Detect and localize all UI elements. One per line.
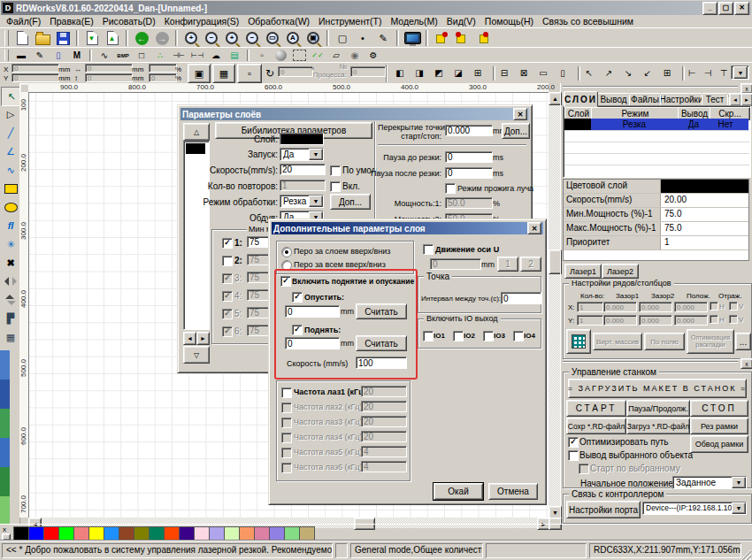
mode-more-button[interactable]: Доп... [330, 194, 371, 210]
ok-button[interactable]: Окай [434, 483, 483, 500]
lift-speed-input[interactable] [356, 357, 407, 369]
pen-button[interactable]: ✎ [31, 49, 49, 63]
bmp-button[interactable]: BMP [114, 49, 132, 63]
layer-colors-button[interactable]: ▤ [226, 49, 243, 63]
zoom-in-button[interactable]: + [222, 29, 242, 47]
tab-laser2[interactable]: Лазер2 [602, 264, 639, 279]
io2-checkbox[interactable] [453, 331, 464, 341]
layer-list-left-icon[interactable]: ◄ [183, 332, 196, 345]
palette-swatch[interactable] [134, 526, 150, 541]
layer-color-swatch[interactable] [280, 133, 324, 145]
menu-process[interactable]: Обработка(W) [243, 16, 314, 27]
weld-button[interactable]: ◧ [391, 65, 409, 80]
zoom-page-button[interactable]: ▣ [303, 29, 323, 47]
align-bottom-left-button[interactable]: ↙ [639, 65, 656, 80]
cancel-button[interactable]: Отмена [488, 483, 538, 500]
zoom-out-button[interactable]: − [242, 29, 262, 47]
tape-button[interactable]: ▬ [12, 49, 30, 63]
select-frame-button[interactable]: ▢ [333, 29, 352, 47]
freq4-input[interactable] [361, 431, 407, 442]
polyline-tool-button[interactable]: ∠ [1, 142, 20, 160]
node-edit-tool-button[interactable]: ▷ [1, 105, 20, 123]
mirror-h-button[interactable] [1, 272, 20, 290]
palette-swatch[interactable] [29, 526, 44, 541]
prop-row-speed[interactable]: Скорость(mm/s)20.00 [564, 194, 748, 208]
tab-test[interactable]: Тест [702, 93, 728, 106]
zoom-all-button[interactable]: A [283, 29, 303, 47]
palette-swatch[interactable] [119, 526, 134, 541]
speed-input[interactable] [280, 164, 326, 175]
tab-files[interactable]: Файлы [629, 93, 661, 106]
raise-input[interactable] [285, 337, 340, 349]
palette-swatch[interactable] [44, 526, 59, 541]
repeat-input[interactable] [280, 180, 326, 191]
menu-tool[interactable]: Инструмент(T) [314, 16, 386, 27]
menu-model[interactable]: Модель(M) [386, 16, 441, 27]
array-x-count[interactable] [577, 302, 603, 312]
start-button[interactable]: СТАРТ [566, 400, 626, 417]
menu-edit[interactable]: Правка(E) [45, 16, 97, 27]
zoom-out-region-button[interactable]: − [202, 29, 221, 47]
freq6-checkbox[interactable] [281, 463, 292, 473]
freq6-input[interactable] [361, 461, 407, 472]
palette-swatch[interactable] [150, 526, 165, 541]
array-x-gap2[interactable] [639, 302, 672, 312]
save-file-button[interactable] [53, 29, 73, 47]
tab-laser1[interactable]: Лазер1 [564, 264, 602, 279]
line-tool-button[interactable]: ╱ [1, 124, 20, 142]
double-check-button[interactable]: ✓✓ [309, 49, 326, 63]
prop-row-priority[interactable]: Приоритет1 [564, 236, 748, 250]
array-tool-button[interactable]: ▦ [1, 328, 20, 346]
array-more-button[interactable]: ... [735, 333, 751, 350]
layer-row[interactable]: Резка Да Нет [591, 119, 748, 130]
freq2-checkbox[interactable] [281, 403, 292, 413]
edit-pen-button[interactable]: ✎ [373, 29, 393, 47]
port-settings-button[interactable]: Настройки порта [566, 501, 641, 518]
skew-button[interactable]: ▱ [327, 49, 345, 63]
read-raise-button[interactable]: Считать [356, 335, 407, 351]
io3-checkbox[interactable] [483, 331, 494, 341]
start-combo[interactable]: Да▼ [280, 148, 324, 161]
font-combo[interactable]: ▼ [731, 65, 748, 80]
pen-per-all-radio[interactable] [281, 260, 292, 271]
canvas-tool-button[interactable]: ▛ [1, 310, 20, 327]
palette-swatch[interactable] [210, 526, 225, 541]
height-percent-input[interactable] [149, 73, 177, 82]
cut-frame-button[interactable]: Рез рамки [690, 418, 748, 434]
overlap-more-button[interactable]: Доп... [502, 123, 530, 139]
align-right-button[interactable]: ⊣ [699, 65, 717, 80]
curve-button[interactable]: ∿ [96, 49, 113, 63]
undo-button[interactable]: ← [132, 29, 151, 47]
palette-swatch[interactable] [270, 526, 285, 541]
angle-input[interactable] [278, 66, 313, 77]
lower-checkbox[interactable]: ✓ [292, 292, 303, 303]
lift-enable-checkbox[interactable]: ✓ [280, 276, 291, 287]
array-y-h-checkbox[interactable] [710, 315, 718, 324]
by-field-button[interactable]: По полю [644, 333, 685, 350]
palette-swatch[interactable] [240, 526, 255, 541]
align-bottom-right-button[interactable]: ↘ [619, 65, 637, 80]
freq3-checkbox[interactable] [281, 418, 292, 428]
align-top-button[interactable]: ⊤ [715, 65, 733, 80]
menu-draw[interactable]: Рисовать(D) [98, 16, 160, 27]
menu-extra[interactable]: Связь со всевышним [538, 16, 638, 27]
stop-button[interactable]: СТОП [690, 400, 748, 417]
trim-button[interactable]: ◨ [411, 65, 428, 80]
align-top-left-button[interactable]: ↖ [580, 65, 598, 80]
align-top-right-button[interactable]: ↗ [600, 65, 618, 80]
layer-list-down-button[interactable]: ▽ [183, 346, 210, 364]
output-selected-checkbox[interactable] [568, 450, 579, 461]
freq2-input[interactable] [361, 401, 407, 412]
array-x-v-checkbox[interactable] [729, 302, 738, 311]
freq4-checkbox[interactable] [281, 433, 292, 443]
additional-dialog-titlebar[interactable]: Дополнительные параметры слоя ✕ [272, 222, 543, 234]
same-width-button[interactable]: ⊟ [495, 65, 513, 80]
u-axis-input[interactable] [430, 258, 481, 270]
cloud-button[interactable]: ☁ [207, 49, 225, 63]
layer-row-swatch[interactable] [564, 119, 591, 130]
chevron-down-icon[interactable]: ▼ [309, 196, 323, 207]
dashed-select-button[interactable] [290, 49, 308, 63]
palette-swatch[interactable] [195, 526, 210, 541]
palette-swatch[interactable] [89, 526, 104, 541]
freq1-input[interactable] [361, 386, 407, 397]
